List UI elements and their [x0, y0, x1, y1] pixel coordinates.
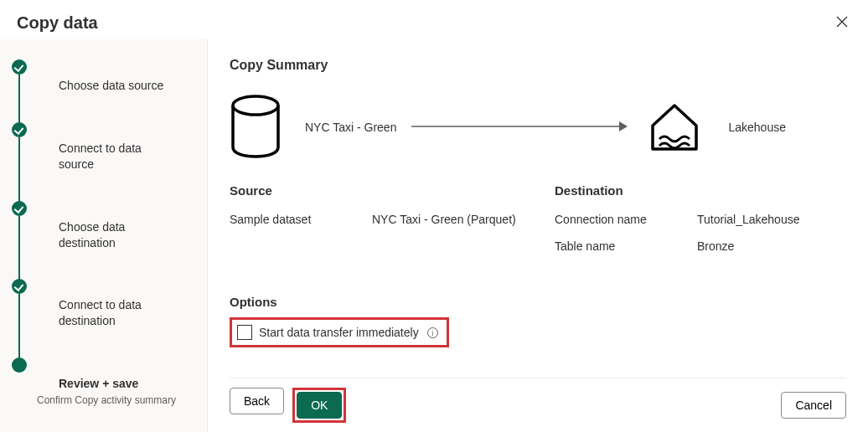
destination-heading: Destination	[555, 183, 846, 198]
options-section: Options Start data transfer immediately …	[230, 295, 846, 347]
step-sublabel: Confirm Copy activity summary	[37, 393, 176, 407]
step-label: Review + save	[37, 357, 176, 392]
svg-point-2	[233, 96, 278, 115]
kv-key: Connection name	[555, 213, 697, 226]
arrow-icon	[411, 121, 629, 135]
kv-value: Bronze	[697, 239, 734, 253]
dialog-body: Choose data source Connect to data sourc…	[0, 39, 868, 432]
dialog-title: Copy data	[17, 13, 98, 33]
close-icon[interactable]	[833, 14, 851, 33]
source-column: Source Sample dataset NYC Taxi - Green (…	[230, 183, 521, 266]
destination-column: Destination Connection name Tutorial_Lak…	[555, 183, 846, 266]
step-label: Choose data source	[37, 59, 185, 94]
cancel-button[interactable]: Cancel	[781, 392, 846, 419]
footer-left: Back OK	[230, 378, 346, 432]
step-label: Connect to data destination	[37, 279, 195, 329]
step-review-save[interactable]: Review + save Confirm Copy activity summ…	[12, 357, 195, 407]
summary-diagram: NYC Taxi - Green Lakehouse	[230, 95, 846, 160]
check-icon	[12, 59, 27, 75]
start-transfer-checkbox[interactable]	[237, 325, 252, 340]
wizard-sidebar: Choose data source Connect to data sourc…	[0, 39, 208, 432]
kv-value: Tutorial_Lakehouse	[697, 213, 799, 226]
dialog-footer: Back OK Cancel	[230, 378, 846, 432]
ok-highlight: OK	[292, 388, 346, 423]
step-choose-data-source[interactable]: Choose data source	[12, 59, 195, 122]
x-icon	[835, 15, 849, 28]
destination-diagram-label: Lakehouse	[728, 121, 786, 134]
copy-data-dialog: Copy data Choose data source Connect to …	[0, 0, 868, 432]
source-diagram-label: NYC Taxi - Green	[305, 121, 396, 134]
step-label: Connect to data source	[37, 122, 195, 172]
kv-key: Table name	[555, 239, 697, 253]
kv-connection-name: Connection name Tutorial_Lakehouse	[555, 213, 846, 226]
destination-icon-group: Lakehouse	[644, 97, 786, 157]
check-icon	[12, 279, 27, 294]
database-icon	[230, 95, 282, 160]
step-connect-to-data-source[interactable]: Connect to data source	[12, 122, 195, 201]
info-icon[interactable]: i	[427, 327, 438, 338]
back-button[interactable]: Back	[230, 388, 284, 414]
kv-table-name: Table name Bronze	[555, 239, 846, 253]
main-panel: Copy Summary NYC Taxi - Green	[208, 39, 868, 432]
current-step-icon	[12, 357, 27, 373]
ok-button[interactable]: OK	[297, 392, 342, 419]
lakehouse-icon	[644, 97, 705, 157]
step-connect-to-data-destination[interactable]: Connect to data destination	[12, 279, 195, 357]
copy-summary-heading: Copy Summary	[230, 58, 846, 73]
check-icon	[12, 122, 27, 137]
options-highlight: Start data transfer immediately i	[230, 317, 449, 347]
step-label: Choose data destination	[37, 201, 195, 251]
options-heading: Options	[230, 295, 846, 309]
dialog-header: Copy data	[0, 0, 868, 39]
kv-value: NYC Taxi - Green (Parquet)	[372, 213, 516, 226]
step-choose-data-destination[interactable]: Choose data destination	[12, 201, 195, 280]
source-heading: Source	[230, 183, 521, 198]
footer-right: Cancel	[781, 383, 846, 428]
check-icon	[12, 201, 27, 216]
kv-sample-dataset: Sample dataset NYC Taxi - Green (Parquet…	[230, 213, 521, 226]
source-icon-group: NYC Taxi - Green	[230, 95, 396, 160]
kv-key: Sample dataset	[230, 213, 372, 226]
start-transfer-label: Start data transfer immediately	[259, 326, 419, 339]
summary-details: Source Sample dataset NYC Taxi - Green (…	[230, 183, 846, 266]
